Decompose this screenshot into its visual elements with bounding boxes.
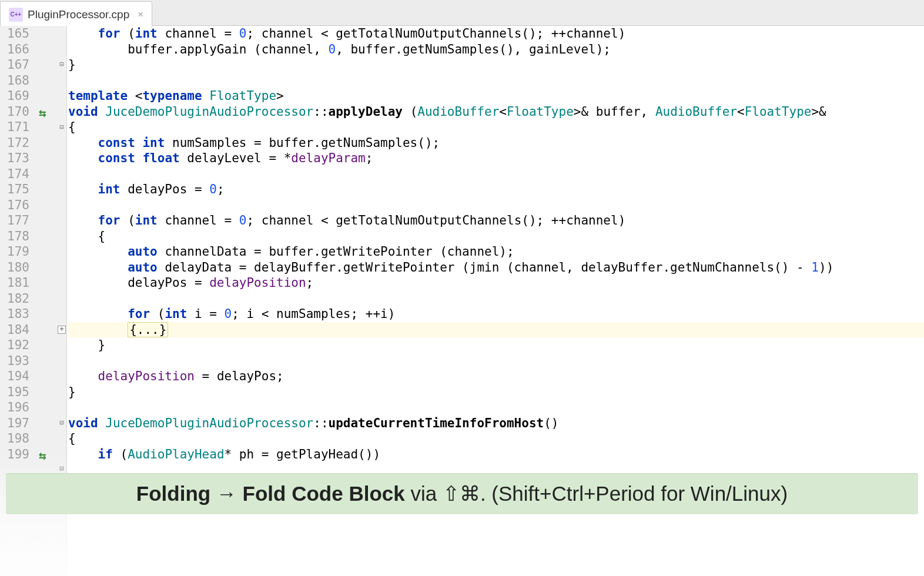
editor-tab[interactable]: C++ PluginProcessor.cpp × — [0, 1, 152, 27]
fold-handle-icon[interactable]: ⊟ — [58, 418, 66, 427]
close-icon[interactable]: × — [138, 9, 143, 21]
fold-handle-icon[interactable]: ⊟ — [58, 123, 66, 131]
cpp-file-icon: C++ — [9, 8, 23, 22]
hint-banner: Folding → Fold Code Block via ⇧⌘. (Shift… — [6, 473, 918, 514]
expand-handle-icon[interactable]: + — [58, 326, 66, 334]
banner-text: via ⇧⌘. (Shift+Ctrl+Period for Win/Linux… — [405, 482, 788, 505]
fold-handle-icon[interactable]: ⊟ — [58, 464, 66, 473]
change-marker-icon: ⇆ — [39, 448, 46, 464]
fold-handle-icon[interactable]: ⊟ — [58, 60, 66, 68]
banner-bold: Folding → Fold Code Block — [136, 482, 405, 505]
tab-filename: PluginProcessor.cpp — [28, 8, 129, 21]
tab-bar: C++ PluginProcessor.cpp × — [0, 0, 924, 26]
change-marker-icon: ⇆ — [39, 105, 46, 121]
